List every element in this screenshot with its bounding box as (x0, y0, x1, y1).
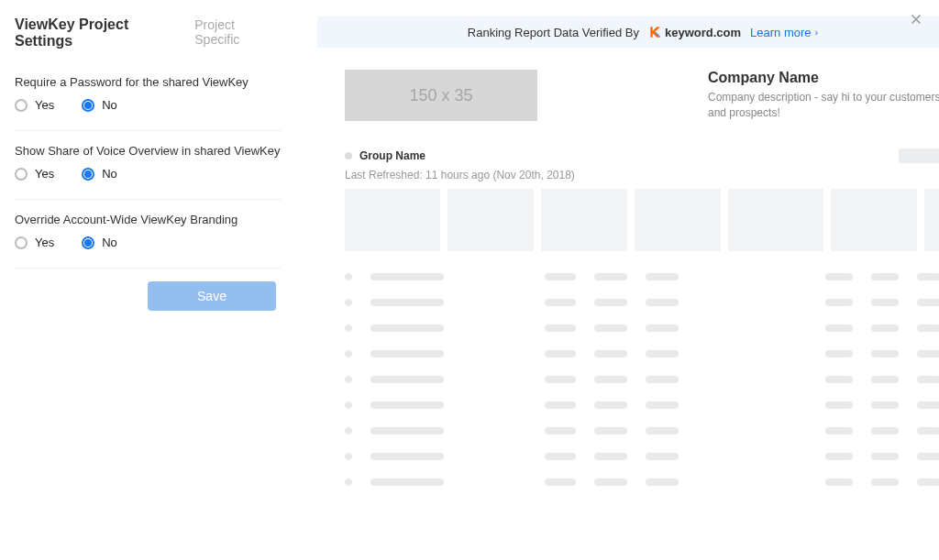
save-button[interactable]: Save (148, 281, 276, 311)
setting-require-password: Require a Password for the shared ViewKe… (15, 75, 281, 131)
preview-panel: Ranking Report Data Verified By keyword.… (299, 16, 939, 560)
chevron-right-icon: › (815, 27, 819, 38)
radio-branding-yes[interactable]: Yes (15, 236, 54, 249)
table-row (345, 315, 939, 341)
radio-sov-no[interactable]: No (82, 167, 117, 181)
table-row (345, 341, 939, 367)
table-row (345, 392, 939, 418)
radio-label: No (102, 236, 117, 249)
verify-text: Ranking Report Data Verified By (468, 26, 639, 39)
logo-placeholder: 150 x 35 (345, 70, 537, 121)
table-row (345, 469, 939, 495)
radio-label: Yes (35, 167, 54, 181)
brand-text: keyword.com (665, 26, 741, 39)
company-name: Company Name (708, 70, 939, 86)
metric-card (728, 189, 823, 251)
radio-password-no[interactable]: No (82, 98, 117, 112)
table-row (345, 264, 939, 290)
page-subtitle: Project Specific (194, 17, 281, 47)
radio-password-yes[interactable]: Yes (15, 98, 54, 112)
company-description: Company description - say hi to your cus… (708, 90, 939, 121)
radio-label: Yes (35, 98, 54, 112)
metric-card (635, 189, 721, 251)
skeleton-table (317, 264, 939, 495)
setting-label: Require a Password for the shared ViewKe… (15, 75, 281, 89)
group-status-dot (345, 152, 352, 159)
radio-label: Yes (35, 236, 54, 249)
learn-more-text: Learn more (750, 26, 811, 39)
settings-panel: ViewKey Project Settings Project Specifi… (15, 16, 299, 560)
setting-override-branding: Override Account-Wide ViewKey Branding Y… (15, 213, 281, 269)
radio-sov-yes[interactable]: Yes (15, 167, 54, 181)
table-row (345, 444, 939, 469)
last-refreshed: Last Refreshed: 11 hours ago (Nov 20th, … (317, 169, 939, 189)
table-row (345, 367, 939, 392)
metric-card (831, 189, 917, 251)
group-name: Group Name (359, 149, 425, 162)
metric-card (924, 189, 939, 251)
setting-label: Override Account-Wide ViewKey Branding (15, 213, 281, 226)
verify-banner: Ranking Report Data Verified By keyword.… (317, 16, 939, 48)
metric-card (345, 189, 440, 251)
radio-branding-no[interactable]: No (82, 236, 117, 249)
radio-label: No (102, 98, 117, 112)
table-row (345, 418, 939, 444)
setting-share-of-voice: Show Share of Voice Overview in shared V… (15, 144, 281, 200)
close-icon[interactable] (908, 11, 924, 27)
setting-label: Show Share of Voice Overview in shared V… (15, 144, 281, 158)
metric-cards (317, 189, 939, 264)
learn-more-link[interactable]: Learn more › (750, 26, 818, 39)
brand-logo: keyword.com (648, 26, 741, 39)
radio-label: No (102, 167, 117, 181)
header-chip (899, 148, 939, 163)
metric-card (447, 189, 534, 251)
metric-card (541, 189, 627, 251)
table-row (345, 290, 939, 315)
page-title: ViewKey Project Settings (15, 16, 185, 49)
